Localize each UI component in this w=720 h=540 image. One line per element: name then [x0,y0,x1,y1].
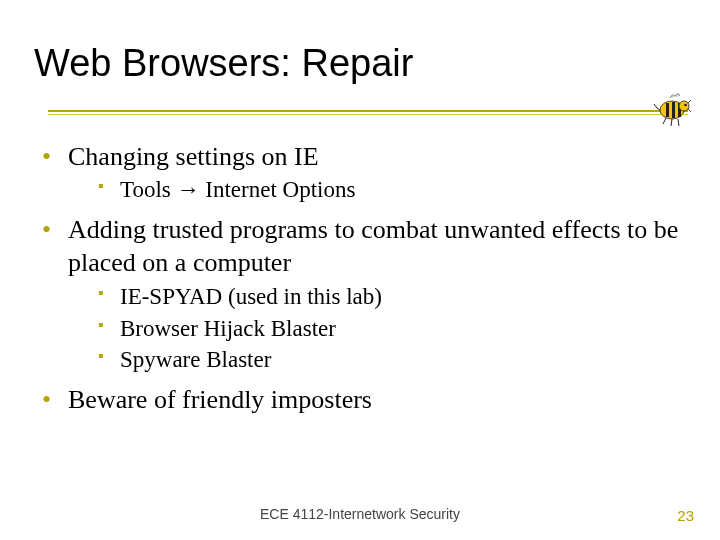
list-item: Adding trusted programs to combat unwant… [38,213,680,375]
svg-point-5 [684,104,687,107]
footer-text: ECE 4112-Internetwork Security [0,506,720,522]
bullet-text: Adding trusted programs to combat unwant… [68,215,678,277]
sub-bullet-text-after: Internet Options [205,177,355,202]
svg-point-4 [679,101,689,111]
svg-line-6 [663,118,666,124]
list-item: IE-SPYAD (used in this lab) [68,282,680,312]
list-item: Changing settings on IE Tools → Internet… [38,140,680,205]
bullet-list: Changing settings on IE Tools → Internet… [38,140,680,417]
slide: Web Browsers: Repair Changing settings o… [0,0,720,540]
bullet-text: Beware of friendly imposters [68,385,372,414]
slide-title: Web Browsers: Repair [34,42,413,85]
svg-line-8 [678,119,679,126]
svg-rect-2 [672,102,675,118]
list-item: Browser Hijack Blaster [68,314,680,344]
sub-bullet-text: IE-SPYAD (used in this lab) [120,284,382,309]
sub-list: Tools → Internet Options [68,175,680,205]
sub-list: IE-SPYAD (used in this lab) Browser Hija… [68,282,680,376]
sub-bullet-text: Spyware Blaster [120,347,271,372]
svg-line-7 [671,119,672,126]
bullet-text: Changing settings on IE [68,142,319,171]
content-area: Changing settings on IE Tools → Internet… [38,140,680,421]
mascot-icon [652,88,698,128]
list-item: Spyware Blaster [68,345,680,375]
list-item: Tools → Internet Options [68,175,680,205]
title-underline [48,110,688,118]
page-number: 23 [677,507,694,524]
svg-rect-1 [666,103,669,117]
sub-bullet-text: Tools [120,177,171,202]
arrow-icon: → [177,176,200,202]
list-item: Beware of friendly imposters [38,383,680,416]
sub-bullet-text: Browser Hijack Blaster [120,316,336,341]
